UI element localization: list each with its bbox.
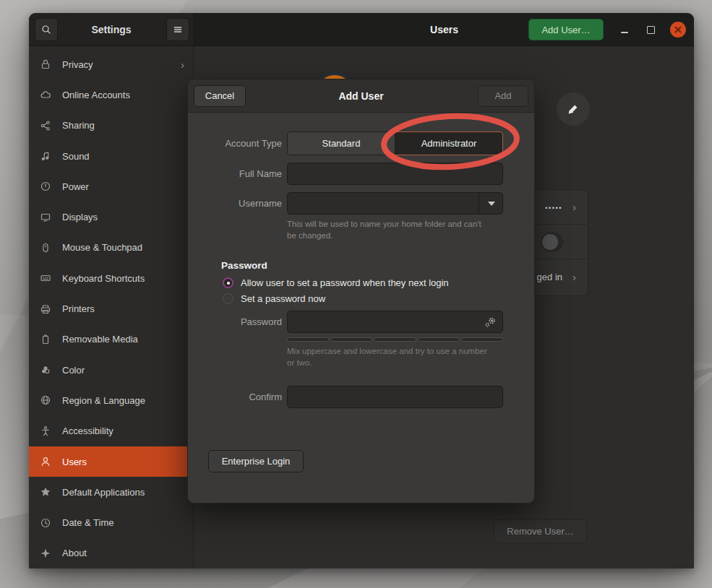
sidebar-item-about[interactable]: About (29, 538, 193, 568)
maximize-button[interactable] (642, 22, 659, 38)
sidebar-item-color[interactable]: Color (29, 355, 193, 385)
keyboard-icon (40, 272, 51, 284)
password-input[interactable] (287, 311, 503, 333)
search-button[interactable] (35, 18, 58, 41)
sidebar-item-power[interactable]: Power (29, 171, 193, 202)
account-type-segmented: Standard Administrator (287, 131, 503, 155)
pencil-icon (567, 103, 580, 116)
confirm-input[interactable] (287, 386, 503, 408)
share-icon (40, 120, 51, 131)
radio-unselected-icon[interactable] (223, 293, 233, 304)
sidebar-headerbar: Settings (29, 13, 194, 46)
minimize-icon (621, 32, 628, 33)
sidebar-item-printers[interactable]: Printers (29, 293, 193, 324)
accessibility-icon (40, 425, 51, 437)
menu-button[interactable] (166, 18, 189, 41)
strength-segment (330, 337, 372, 342)
password-section-heading: Password (221, 260, 534, 271)
sidebar-item-privacy[interactable]: Privacy › (29, 49, 193, 79)
star-icon (40, 486, 51, 498)
full-name-input[interactable] (287, 163, 503, 185)
radio-set-now-label: Set a password now (241, 293, 325, 304)
sidebar-item-date-time[interactable]: Date & Time (29, 507, 193, 537)
add-button[interactable]: Add (478, 85, 528, 107)
cloud-icon (40, 89, 51, 100)
users-panel: ••••• › ged in › Remove User… Add User C… (194, 46, 694, 568)
globe-icon (40, 394, 51, 406)
titlebar: Settings Users Add User… (29, 13, 694, 46)
add-user-dialog: Add User Cancel Add Account Type Standar… (187, 79, 535, 503)
printer-icon (40, 303, 51, 315)
power-icon (40, 181, 51, 192)
logged-in-text: ged in (537, 272, 562, 282)
administrator-option-button[interactable]: Administrator (395, 131, 503, 155)
chevron-right-icon: › (181, 59, 184, 70)
sidebar: Privacy › Online Accounts Sharing Sound … (29, 46, 194, 568)
sidebar-item-default-applications[interactable]: Default Applications (29, 477, 193, 507)
username-dropdown-button[interactable] (479, 192, 503, 215)
sidebar-item-mouse-touchpad[interactable]: Mouse & Touchpad (29, 233, 193, 263)
sidebar-item-accessibility[interactable]: Accessibility (29, 416, 193, 446)
username-label: Username (188, 198, 282, 209)
close-icon (674, 26, 682, 33)
password-strength-meter (287, 337, 503, 342)
standard-option-button[interactable]: Standard (287, 131, 395, 155)
radio-next-login-label: Allow user to set a password when they n… (241, 277, 449, 288)
maximize-icon (647, 26, 655, 34)
password-label: Password (188, 316, 282, 327)
chevron-right-icon: › (572, 202, 576, 212)
chevron-down-icon (488, 202, 495, 206)
clock-icon (40, 517, 51, 529)
search-icon (40, 24, 52, 35)
sidebar-item-displays[interactable]: Displays (29, 202, 193, 232)
radio-selected-icon[interactable] (223, 277, 233, 288)
strength-segment (374, 337, 416, 342)
edit-avatar-button[interactable] (557, 92, 590, 126)
toggle-knob (542, 234, 558, 250)
minimize-button[interactable] (616, 22, 633, 38)
main-headerbar: Users Add User… (194, 13, 694, 46)
close-button[interactable] (670, 22, 686, 38)
account-type-row: Account Type Standard Administrator (188, 131, 534, 155)
sidebar-item-region-language[interactable]: Region & Language (29, 385, 193, 415)
radio-row-set-now[interactable]: Set a password now (223, 293, 534, 304)
sidebar-item-keyboard-shortcuts[interactable]: Keyboard Shortcuts (29, 263, 193, 293)
remove-user-button[interactable]: Remove User… (494, 519, 587, 543)
enterprise-login-button[interactable]: Enterprise Login (208, 450, 304, 472)
username-hint: This will be used to name your home fold… (287, 219, 491, 241)
strength-segment (461, 337, 503, 342)
sidebar-item-sharing[interactable]: Sharing (29, 111, 193, 141)
radio-row-next-login[interactable]: Allow user to set a password when they n… (223, 277, 534, 288)
autologin-toggle[interactable] (541, 233, 563, 251)
add-user-button[interactable]: Add User… (528, 19, 604, 40)
sidebar-item-users[interactable]: Users (29, 446, 193, 477)
strength-segment (287, 337, 329, 342)
password-row: Password (188, 311, 534, 333)
confirm-label: Confirm (188, 392, 282, 402)
password-dots: ••••• (545, 204, 562, 212)
dialog-header: Add User Cancel Add (188, 79, 534, 113)
sidebar-item-online-accounts[interactable]: Online Accounts (29, 79, 193, 110)
confirm-row: Confirm (188, 386, 534, 408)
generate-password-icon[interactable] (484, 316, 497, 328)
monitor-icon (40, 212, 51, 223)
user-icon (40, 456, 51, 467)
full-name-label: Full Name (188, 168, 282, 179)
settings-window: Settings Users Add User… (29, 13, 694, 568)
color-wheel-icon (40, 364, 51, 376)
password-strength-hint: Mix uppercase and lowercase and try to u… (287, 346, 491, 368)
sidebar-item-sound[interactable]: Sound (29, 141, 193, 171)
cancel-button[interactable]: Cancel (194, 85, 246, 107)
mouse-icon (40, 242, 51, 254)
media-icon (40, 334, 51, 345)
account-type-label: Account Type (188, 138, 282, 149)
music-note-icon (40, 150, 51, 162)
sparkle-icon (40, 548, 51, 559)
chevron-right-icon: › (572, 272, 576, 282)
sidebar-item-removable-media[interactable]: Removable Media (29, 324, 193, 355)
strength-segment (418, 337, 460, 342)
username-input[interactable] (287, 192, 503, 215)
full-name-row: Full Name (188, 163, 534, 185)
lock-icon (40, 59, 51, 70)
hamburger-icon (172, 24, 184, 35)
